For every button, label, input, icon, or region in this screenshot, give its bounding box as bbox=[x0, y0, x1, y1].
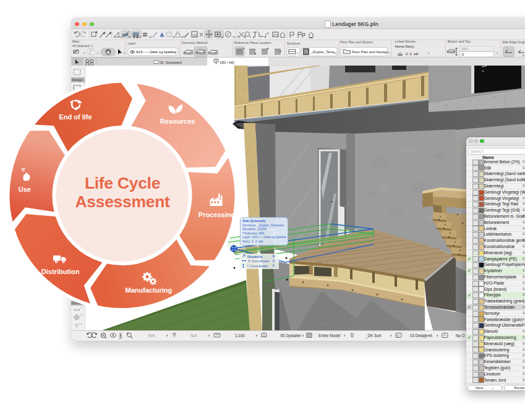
svg-text:_DK Sort: _DK Sort bbox=[365, 333, 382, 338]
svg-text:1.2: 1.2 bbox=[79, 323, 82, 325]
svg-text:›: › bbox=[297, 51, 299, 54]
svg-text:›: › bbox=[166, 333, 168, 338]
svg-text:N/A: N/A bbox=[148, 333, 155, 338]
svg-text:›: › bbox=[497, 51, 498, 54]
svg-text:Layer:: Layer: bbox=[128, 41, 137, 45]
svg-text:›: › bbox=[302, 333, 304, 338]
svg-text:Processing: Processing bbox=[198, 211, 235, 218]
svg-text:A23-----.Dæk og bjælker: A23-----.Dæk og bjælker bbox=[136, 49, 177, 54]
svg-text:Floor Plan and Section:: Floor Plan and Section: bbox=[340, 40, 373, 44]
svg-text:Manufacturing: Manufacturing bbox=[126, 286, 173, 294]
svg-text:›: › bbox=[83, 51, 85, 54]
svg-text:Use: Use bbox=[19, 186, 31, 193]
svg-text:›: › bbox=[344, 333, 345, 338]
svg-text:440: 440 bbox=[462, 47, 469, 51]
svg-text:Resources: Resources bbox=[160, 118, 195, 125]
svg-text:Assessment: Assessment bbox=[75, 192, 170, 211]
svg-text:›: › bbox=[428, 51, 429, 54]
svg-text:Home Story:: Home Story: bbox=[395, 45, 416, 48]
svg-text:_Duplex_Terra...: _Duplex_Terra... bbox=[310, 50, 338, 54]
svg-text:α: α bbox=[523, 54, 524, 57]
svg-text:Distribution: Distribution bbox=[41, 268, 80, 275]
svg-text:All Selected: 1: All Selected: 1 bbox=[72, 44, 93, 48]
svg-text:✕: ✕ bbox=[378, 66, 382, 70]
svg-text:[3D / All]: [3D / All] bbox=[220, 60, 234, 64]
svg-text:›: › bbox=[256, 333, 257, 338]
svg-text:Slab Edge Angle:: Slab Edge Angle: bbox=[502, 40, 525, 44]
svg-text:Entire Model: Entire Model bbox=[318, 333, 340, 338]
svg-text:Structure:: Structure: bbox=[287, 41, 301, 45]
svg-text:[0. Stueplan]: [0. Stueplan] bbox=[160, 60, 182, 64]
svg-text:N/A: N/A bbox=[190, 333, 197, 338]
svg-text:03 Detaljeret: 03 Detaljeret bbox=[410, 333, 432, 338]
svg-text:Main:: Main: bbox=[72, 40, 80, 43]
svg-text:›: › bbox=[385, 51, 386, 54]
svg-text:cc: cc bbox=[396, 334, 399, 337]
svg-text:Bottom and Top:: Bottom and Top: bbox=[448, 40, 471, 43]
svg-text:›: › bbox=[390, 333, 391, 338]
svg-text:05 Opstalter: 05 Opstalter bbox=[280, 333, 301, 338]
svg-text:›: › bbox=[97, 51, 98, 54]
svg-text:Linked Stories:: Linked Stories: bbox=[395, 40, 416, 43]
svg-text:›: › bbox=[175, 51, 176, 54]
svg-text:No O: No O bbox=[456, 333, 465, 338]
svg-text:End of life: End of life bbox=[59, 113, 92, 121]
svg-text:GL: GL bbox=[193, 33, 198, 37]
svg-text:2. 2. sal: 2. 2. sal bbox=[406, 52, 418, 56]
svg-text:Geometry Method:: Geometry Method: bbox=[182, 41, 208, 45]
svg-text:›: › bbox=[335, 51, 336, 54]
svg-text:Life Cycle: Life Cycle bbox=[85, 174, 160, 192]
svg-text:✕: ✕ bbox=[321, 322, 325, 327]
svg-text:1:100: 1:100 bbox=[235, 333, 245, 338]
svg-text:Reference Plane Location:: Reference Plane Location: bbox=[234, 41, 272, 45]
svg-text:›: › bbox=[124, 51, 125, 54]
svg-text:›: › bbox=[437, 333, 438, 338]
svg-text:›: › bbox=[208, 333, 210, 338]
